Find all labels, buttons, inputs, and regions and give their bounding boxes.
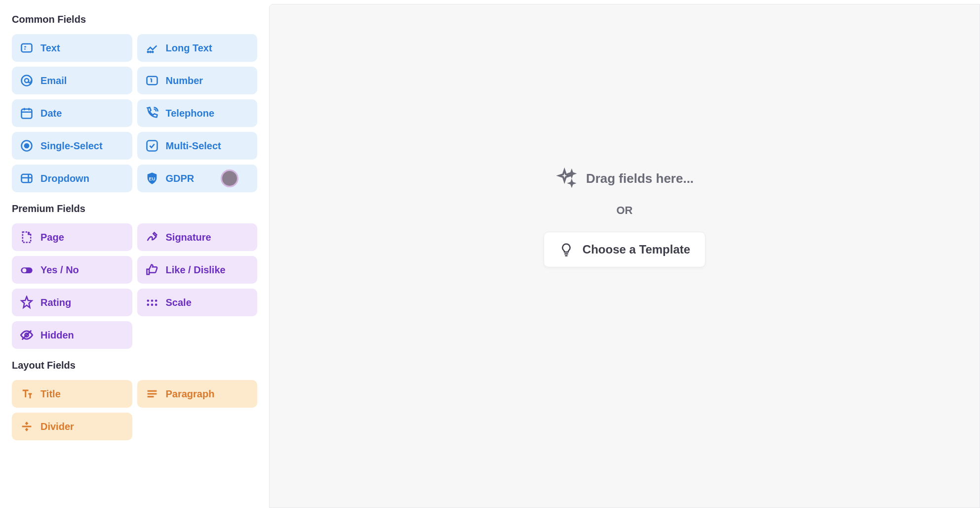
field-label: Divider: [40, 421, 74, 432]
page-icon: [20, 230, 34, 244]
date-icon: [20, 106, 34, 120]
field-hidden[interactable]: Hidden: [12, 321, 132, 349]
svg-point-14: [22, 268, 26, 272]
or-separator: OR: [617, 204, 633, 217]
layout-fields-grid: Title Paragraph Divider: [12, 380, 257, 440]
field-page[interactable]: Page: [12, 223, 132, 251]
field-label: Like / Dislike: [166, 264, 226, 276]
premium-fields-grid: Page Signature Yes / No Like / Dislike R…: [12, 223, 257, 349]
layout-fields-title: Layout Fields: [12, 360, 257, 371]
field-scale[interactable]: Scale: [137, 289, 258, 316]
field-divider[interactable]: Divider: [12, 413, 132, 440]
field-label: GDPR: [166, 173, 195, 184]
telephone-icon: [145, 106, 159, 120]
gdpr-icon: EU: [145, 171, 159, 185]
field-label: Page: [40, 232, 64, 243]
thumb-icon: [145, 263, 159, 277]
field-number[interactable]: Number: [137, 67, 258, 94]
svg-point-3: [152, 51, 153, 52]
field-label: Telephone: [166, 108, 215, 119]
sparkle-icon: [555, 168, 577, 189]
choose-template-button[interactable]: Choose a Template: [544, 232, 706, 267]
svg-point-18: [147, 303, 149, 306]
checkbox-icon: [145, 139, 159, 153]
field-text[interactable]: Text: [12, 34, 132, 62]
longtext-icon: [145, 41, 159, 55]
common-fields-title: Common Fields: [12, 14, 257, 25]
field-label: Multi-Select: [166, 140, 221, 152]
field-label: Signature: [166, 232, 211, 243]
svg-rect-7: [22, 109, 32, 119]
title-icon: [20, 387, 34, 401]
svg-text:EU: EU: [149, 176, 155, 181]
dropdown-icon: [20, 171, 34, 185]
field-label: Long Text: [166, 42, 212, 54]
number-icon: [145, 74, 159, 87]
field-label: Title: [40, 388, 61, 400]
field-label: Yes / No: [40, 264, 79, 276]
radio-icon: [20, 139, 34, 153]
field-yes-no[interactable]: Yes / No: [12, 256, 132, 284]
template-button-label: Choose a Template: [583, 243, 690, 256]
text-icon: [20, 41, 34, 55]
svg-rect-0: [22, 44, 32, 52]
star-icon: [20, 296, 34, 309]
premium-fields-title: Premium Fields: [12, 203, 257, 214]
field-label: Single-Select: [40, 140, 103, 152]
svg-rect-10: [147, 141, 157, 151]
field-label: Paragraph: [166, 388, 215, 400]
divider-icon: [20, 420, 34, 433]
svg-point-17: [155, 299, 157, 302]
signature-icon: [145, 230, 159, 244]
field-paragraph[interactable]: Paragraph: [137, 380, 258, 408]
svg-point-16: [151, 299, 153, 302]
field-label: Number: [166, 75, 203, 86]
form-canvas[interactable]: Drag fields here... OR Choose a Template: [269, 4, 980, 508]
field-label: Email: [40, 75, 67, 86]
field-gdpr[interactable]: EU GDPR: [137, 165, 258, 192]
svg-point-4: [22, 76, 32, 86]
field-title[interactable]: Title: [12, 380, 132, 408]
lightbulb-icon: [559, 242, 574, 257]
field-label: Rating: [40, 297, 71, 308]
field-signature[interactable]: Signature: [137, 223, 258, 251]
field-multi-select[interactable]: Multi-Select: [137, 132, 258, 160]
email-icon: [20, 74, 34, 87]
field-rating[interactable]: Rating: [12, 289, 132, 316]
svg-point-19: [151, 303, 153, 306]
field-like-dislike[interactable]: Like / Dislike: [137, 256, 258, 284]
toggle-icon: [20, 263, 34, 277]
field-dropdown[interactable]: Dropdown: [12, 165, 132, 192]
field-label: Text: [40, 42, 60, 54]
cursor-indicator: [221, 169, 238, 187]
svg-point-9: [25, 144, 29, 148]
paragraph-icon: [145, 387, 159, 401]
scale-icon: [145, 296, 159, 309]
field-single-select[interactable]: Single-Select: [12, 132, 132, 160]
field-date[interactable]: Date: [12, 99, 132, 127]
field-long-text[interactable]: Long Text: [137, 34, 258, 62]
fields-sidebar: Common Fields Text Long Text Email Numbe…: [0, 0, 269, 508]
field-email[interactable]: Email: [12, 67, 132, 94]
svg-point-20: [155, 303, 157, 306]
field-label: Scale: [166, 297, 192, 308]
drag-prompt-text: Drag fields here...: [586, 171, 694, 186]
hidden-icon: [20, 328, 34, 342]
common-fields-grid: Text Long Text Email Number Date Telepho…: [12, 34, 257, 192]
svg-point-15: [147, 299, 149, 302]
field-label: Hidden: [40, 330, 74, 341]
svg-point-1: [147, 51, 148, 52]
drag-fields-prompt: Drag fields here...: [555, 168, 694, 189]
field-label: Dropdown: [40, 173, 89, 184]
field-label: Date: [40, 108, 62, 119]
field-telephone[interactable]: Telephone: [137, 99, 258, 127]
svg-point-2: [150, 51, 151, 52]
